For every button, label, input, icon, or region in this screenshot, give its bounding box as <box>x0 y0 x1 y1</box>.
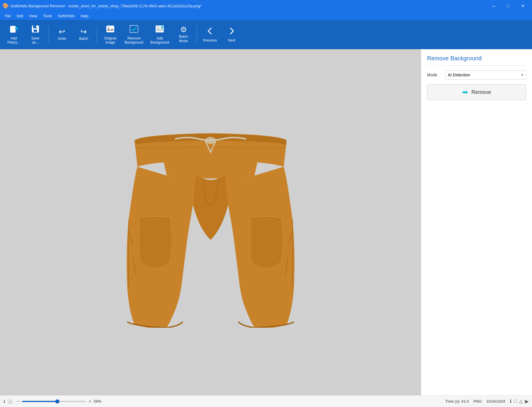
next-icon <box>227 26 236 37</box>
save-as-button[interactable]: Saveas... <box>25 23 46 46</box>
menu-view[interactable]: View <box>27 13 39 19</box>
add-files-button[interactable]: AddFile(s)... <box>4 23 24 46</box>
select-icon[interactable]: ⬜ <box>7 399 12 404</box>
mode-select[interactable]: AI Detection Manual Color <box>445 70 526 80</box>
title-bar: 🎨 SoftOrbits Background Remover - eustin… <box>0 0 532 12</box>
menu-file[interactable]: File <box>2 13 13 19</box>
status-actions: ℹ □ △ ▶ <box>510 399 528 404</box>
remove-bg-icon <box>129 24 139 35</box>
previous-label: Previous <box>203 38 217 42</box>
status-info-icon[interactable]: ℹ <box>510 399 512 404</box>
shorts-image <box>111 117 310 328</box>
status-right: Time (s): 41.0 PNG 1024x1024 ℹ □ △ ▶ <box>445 399 528 404</box>
close-button[interactable]: ✕ <box>516 0 530 12</box>
add-background-button[interactable]: AddBackground <box>147 23 172 46</box>
app-icon: 🎨 <box>2 3 9 9</box>
status-video-icon[interactable]: ▶ <box>525 399 528 404</box>
batch-mode-label: BatchMode <box>179 35 188 43</box>
svg-rect-7 <box>106 26 114 32</box>
previous-icon <box>205 26 215 37</box>
svg-rect-9 <box>130 25 138 32</box>
panel-title: Remove Background <box>427 55 526 66</box>
next-label: Next <box>228 38 235 42</box>
image-container <box>111 117 310 328</box>
next-button[interactable]: Next <box>221 23 242 46</box>
separator-1 <box>49 26 49 43</box>
remove-bg-label: RemoveBackground <box>125 36 143 45</box>
previous-button[interactable]: Previous <box>200 23 220 46</box>
time-label: Time (s): 41.0 <box>445 399 469 403</box>
remove-button-label: Remove <box>471 89 491 95</box>
main-area: Remove Background Mode AI Detection Manu… <box>0 49 532 395</box>
add-files-icon <box>9 24 18 35</box>
minimize-button[interactable]: ― <box>487 0 500 12</box>
menu-edit[interactable]: Edit <box>14 13 25 19</box>
right-panel: Remove Background Mode AI Detection Manu… <box>421 49 532 395</box>
original-image-button[interactable]: OriginalImage <box>100 23 120 46</box>
batch-button[interactable]: ↪ Batch <box>73 23 94 46</box>
separator-3 <box>197 26 197 43</box>
zoom-percent: 59% <box>94 399 101 403</box>
image-dimensions: 1024x1024 <box>486 399 505 403</box>
zoom-out-button[interactable]: − <box>17 399 20 404</box>
add-bg-label: AddBackground <box>150 36 169 45</box>
menu-help[interactable]: Help <box>78 13 91 19</box>
batch-mode-button[interactable]: ⚙ BatchMode <box>173 23 194 46</box>
svg-rect-0 <box>10 26 16 32</box>
title-bar-left: 🎨 SoftOrbits Background Remover - eustin… <box>2 3 202 9</box>
maximize-button[interactable]: □ <box>502 0 515 12</box>
separator-2 <box>97 26 97 43</box>
toolbar: AddFile(s)... Saveas... ↩ Undo ↪ Batch <box>0 20 532 49</box>
original-image-label: OriginalImage <box>104 36 116 45</box>
original-image-icon <box>106 24 115 35</box>
svg-point-8 <box>108 27 109 29</box>
remove-background-button[interactable]: RemoveBackground <box>122 23 146 46</box>
status-twitter-icon[interactable]: △ <box>519 399 523 404</box>
mode-row: Mode AI Detection Manual Color <box>427 70 526 80</box>
remove-button[interactable]: ➡ Remove <box>427 84 526 100</box>
add-bg-icon <box>155 24 164 35</box>
undo-button[interactable]: ↩ Undo <box>52 23 72 46</box>
undo-icon: ↩ <box>59 28 65 35</box>
batch-label: Batch <box>79 37 88 41</box>
status-facebook-icon[interactable]: □ <box>514 399 517 404</box>
file-format: PNG <box>474 399 482 403</box>
svg-rect-6 <box>36 26 37 28</box>
svg-rect-5 <box>34 30 37 32</box>
remove-arrow-icon: ➡ <box>462 88 468 96</box>
zoom-controls: − + 59% <box>17 399 441 404</box>
status-bar: ℹ ⬜ − + 59% Time (s): 41.0 PNG 1024x1024… <box>0 395 532 407</box>
undo-label: Undo <box>58 37 66 41</box>
batch-icon: ↪ <box>80 28 87 35</box>
zoom-thumb[interactable] <box>55 399 59 403</box>
title-bar-controls: ― □ ✕ <box>487 0 530 12</box>
canvas-area <box>0 49 421 395</box>
zoom-slider[interactable] <box>22 401 86 402</box>
mode-select-wrapper[interactable]: AI Detection Manual Color <box>445 70 526 80</box>
zoom-slider-fill <box>22 401 57 402</box>
status-left: ℹ ⬜ <box>4 399 12 404</box>
window-title: SoftOrbits Background Remover - eustin_s… <box>11 4 202 8</box>
zoom-in-button[interactable]: + <box>89 399 91 404</box>
menu-softorbits[interactable]: SoftOrbits <box>56 13 77 19</box>
menu-tools[interactable]: Tools <box>41 13 54 19</box>
add-files-label: AddFile(s)... <box>7 36 20 45</box>
menu-bar: File Edit View Tools SoftOrbits Help <box>0 12 532 20</box>
save-as-label: Saveas... <box>31 36 39 45</box>
info-icon[interactable]: ℹ <box>4 399 5 404</box>
batch-mode-icon: ⚙ <box>180 26 187 33</box>
save-icon <box>31 24 40 35</box>
svg-point-11 <box>157 27 159 28</box>
mode-label: Mode <box>427 73 442 77</box>
